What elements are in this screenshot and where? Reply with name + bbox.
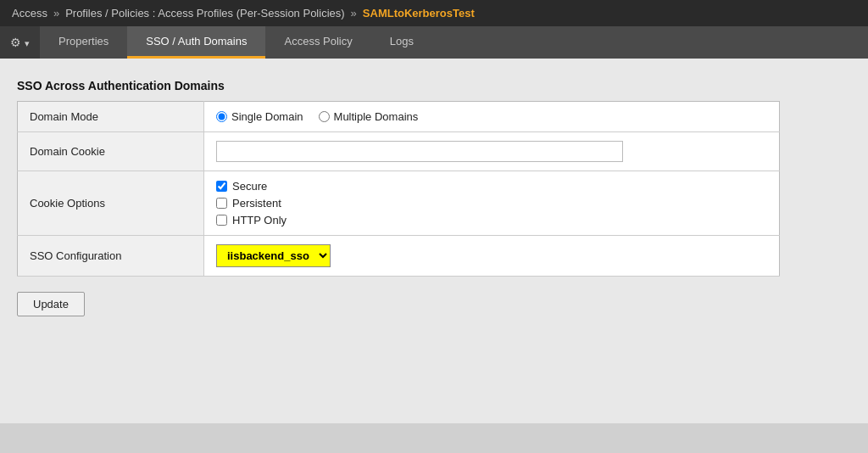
update-button[interactable]: Update	[17, 292, 85, 316]
persistent-checkbox[interactable]	[216, 198, 227, 209]
domain-cookie-value	[204, 132, 780, 171]
breadcrumb-sep-2: »	[351, 7, 357, 20]
gear-icon	[10, 36, 21, 49]
tab-logs[interactable]: Logs	[371, 26, 432, 59]
http-only-label: HTTP Only	[232, 214, 287, 226]
domain-cookie-label: Domain Cookie	[18, 132, 204, 171]
table-row: Domain Mode Single Domain Multiple Domai…	[18, 102, 780, 132]
tab-access-policy[interactable]: Access Policy	[265, 26, 370, 59]
domain-mode-label: Domain Mode	[18, 102, 204, 132]
sso-configuration-select[interactable]: iisbackend_sso	[216, 244, 331, 267]
multiple-domains-radio-label[interactable]: Multiple Domains	[319, 110, 419, 123]
multiple-domains-radio[interactable]	[319, 111, 330, 122]
sso-configuration-value: iisbackend_sso	[204, 236, 780, 277]
http-only-checkbox[interactable]	[216, 215, 227, 226]
persistent-label: Persistent	[232, 197, 281, 210]
main-content: SSO Across Authentication Domains Domain…	[0, 59, 868, 423]
sso-configuration-label: SSO Configuration	[18, 236, 204, 277]
table-row: Cookie Options Secure Persistent HTTP On…	[18, 171, 780, 236]
breadcrumb-sep-1: »	[53, 7, 59, 20]
section-title: SSO Across Authentication Domains	[17, 79, 851, 92]
http-only-checkbox-label[interactable]: HTTP Only	[216, 214, 767, 226]
persistent-checkbox-label[interactable]: Persistent	[216, 197, 767, 210]
table-row: Domain Cookie	[18, 132, 780, 171]
breadcrumb-root: Access	[12, 7, 47, 20]
tab-bar: Properties SSO / Auth Domains Access Pol…	[0, 26, 868, 59]
settings-button[interactable]	[0, 26, 40, 59]
breadcrumb-segment1: Profiles / Policies : Access Profiles (P…	[65, 7, 344, 20]
cookie-options-label: Cookie Options	[18, 171, 204, 236]
domain-mode-radio-group: Single Domain Multiple Domains	[216, 110, 767, 123]
breadcrumb-current: SAMLtoKerberosTest	[363, 7, 475, 20]
domain-cookie-input[interactable]	[216, 141, 623, 162]
single-domain-radio[interactable]	[216, 111, 227, 122]
secure-checkbox[interactable]	[216, 181, 227, 192]
table-row: SSO Configuration iisbackend_sso	[18, 236, 780, 277]
breadcrumb-bar: Access » Profiles / Policies : Access Pr…	[0, 0, 868, 26]
secure-label: Secure	[232, 180, 267, 193]
form-table: Domain Mode Single Domain Multiple Domai…	[17, 101, 780, 277]
domain-mode-value: Single Domain Multiple Domains	[204, 102, 780, 132]
secure-checkbox-label[interactable]: Secure	[216, 180, 767, 193]
chevron-down-icon	[25, 36, 30, 49]
single-domain-radio-label[interactable]: Single Domain	[216, 110, 303, 123]
tab-properties[interactable]: Properties	[40, 26, 127, 59]
cookie-options-value: Secure Persistent HTTP Only	[204, 171, 780, 236]
single-domain-label: Single Domain	[231, 110, 303, 123]
tab-sso-auth-domains[interactable]: SSO / Auth Domains	[127, 26, 265, 59]
cookie-options-checkbox-group: Secure Persistent HTTP Only	[216, 180, 767, 226]
multiple-domains-label: Multiple Domains	[334, 110, 419, 123]
